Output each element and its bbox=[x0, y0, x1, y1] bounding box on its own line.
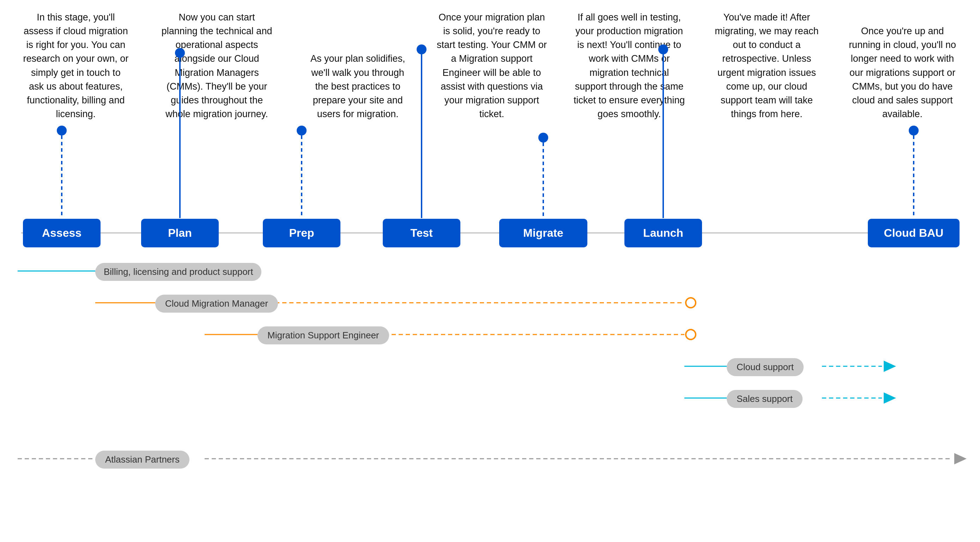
diagram-container: In this stage, you'll assess if cloud mi… bbox=[0, 0, 980, 542]
stage-migrate[interactable]: Migrate bbox=[499, 219, 587, 247]
cmm-end-circle bbox=[686, 298, 696, 308]
stage-launch[interactable]: Launch bbox=[624, 219, 702, 247]
assess-dot bbox=[57, 126, 67, 136]
launch-dot bbox=[658, 45, 668, 54]
stage-test[interactable]: Test bbox=[383, 219, 460, 247]
plan-dot bbox=[175, 48, 185, 58]
cloud-bau-dot bbox=[909, 126, 919, 136]
prep-dot bbox=[297, 126, 307, 136]
migrate-dot bbox=[538, 133, 548, 143]
atlassian-partners-label: Atlassian Partners bbox=[95, 451, 189, 469]
test-dot bbox=[417, 45, 426, 54]
mse-label: Migration Support Engineer bbox=[258, 327, 389, 344]
stage-assess[interactable]: Assess bbox=[23, 219, 100, 247]
cmm-label: Cloud Migration Manager bbox=[155, 295, 278, 312]
sales-support-label: Sales support bbox=[727, 390, 803, 408]
stage-plan[interactable]: Plan bbox=[141, 219, 219, 247]
mse-end-circle bbox=[686, 330, 696, 340]
stage-cloud-bau[interactable]: Cloud BAU bbox=[868, 219, 959, 247]
sales-support-arrow bbox=[884, 392, 896, 404]
stage-prep[interactable]: Prep bbox=[263, 219, 340, 247]
atlassian-partners-arrow bbox=[954, 453, 967, 464]
billing-label: Billing, licensing and product support bbox=[95, 263, 261, 281]
cloud-support-arrow bbox=[884, 360, 896, 372]
cloud-support-label: Cloud support bbox=[727, 358, 803, 376]
